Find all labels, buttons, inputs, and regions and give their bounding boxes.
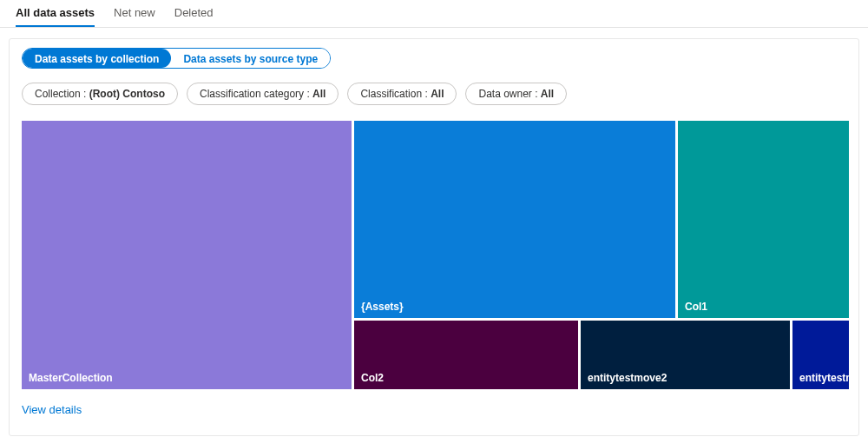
filter-value: All — [431, 88, 444, 100]
tab-all-data-assets[interactable]: All data assets — [16, 7, 95, 27]
filter-label: Classification category : — [200, 88, 312, 100]
filter-data-owner[interactable]: Data owner : All — [465, 83, 567, 105]
treemap-tile[interactable]: Col1 — [678, 121, 849, 318]
filter-value: (Root) Contoso — [89, 88, 165, 100]
toggle-by-collection[interactable]: Data assets by collection — [23, 49, 171, 68]
view-details-link[interactable]: View details — [22, 403, 82, 416]
filter-value: All — [312, 88, 326, 100]
treemap-tile[interactable]: Col2 — [354, 321, 578, 389]
filter-classification[interactable]: Classification : All — [347, 83, 457, 105]
treemap-tile[interactable]: entitytestmov... — [792, 321, 849, 389]
treemap-tile-label: entitytestmove2 — [588, 372, 667, 384]
treemap-tile[interactable]: {Assets} — [354, 121, 675, 318]
filter-label: Data owner : — [478, 88, 540, 100]
filter-collection[interactable]: Collection : (Root) Contoso — [22, 83, 178, 105]
treemap-tile[interactable]: MasterCollection — [22, 121, 352, 389]
tab-deleted[interactable]: Deleted — [174, 7, 214, 27]
toggle-by-source-type[interactable]: Data assets by source type — [171, 49, 330, 68]
tab-net-new[interactable]: Net new — [114, 7, 155, 27]
insights-card: Data assets by collection Data assets by… — [9, 38, 859, 436]
treemap-tile-label: Col2 — [361, 372, 384, 384]
treemap-tile-label: {Assets} — [361, 301, 404, 313]
filter-label: Collection : — [35, 88, 89, 100]
treemap-chart: MasterCollection{Assets}Col1Col2entityte… — [22, 121, 849, 389]
filter-label: Classification : — [360, 88, 431, 100]
treemap-tile-label: MasterCollection — [29, 372, 113, 384]
tab-bar: All data assets Net new Deleted — [0, 0, 868, 28]
treemap-tile[interactable]: entitytestmove2 — [581, 321, 790, 389]
treemap-tile-label: entitytestmov... — [799, 372, 849, 384]
filter-classification-category[interactable]: Classification category : All — [187, 83, 339, 105]
view-toggle: Data assets by collection Data assets by… — [22, 48, 331, 69]
filter-row: Collection : (Root) Contoso Classificati… — [22, 83, 846, 105]
treemap-tile-label: Col1 — [685, 301, 707, 313]
filter-value: All — [541, 88, 554, 100]
